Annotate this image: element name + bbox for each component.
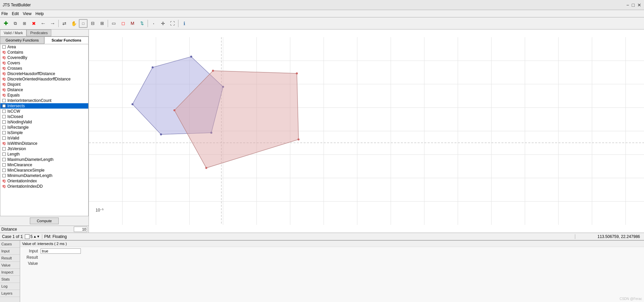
delete-button[interactable]: ✖	[30, 19, 38, 28]
tab-scalar-functions[interactable]: Scalar Functions	[44, 37, 89, 44]
checkbox-icon	[2, 157, 6, 162]
tab-stats[interactable]: Stats	[0, 276, 20, 283]
vertex-b-1	[296, 72, 298, 74]
mark-button[interactable]: Μ	[128, 19, 137, 28]
bottom-main: Value of: intersects ( 2 ms ) Input Resu…	[20, 241, 644, 302]
func-item-area[interactable]: Area	[0, 44, 88, 50]
value-label: Value	[22, 261, 41, 266]
distance-row: Distance	[0, 226, 89, 233]
canvas-area[interactable]: 10⁻⁵	[89, 29, 644, 233]
function-list[interactable]: Areaf()Containsf()CoveredByf()Coversf()C…	[0, 44, 89, 216]
func-item-discreteorientedhausdorffdistance[interactable]: f()DiscreteOrientedHausdorffDistance	[0, 76, 88, 82]
distance-input[interactable]	[74, 227, 87, 232]
func-item-jtsversion[interactable]: JtsVersion	[0, 146, 88, 152]
func-item-contains[interactable]: f()Contains	[0, 50, 88, 55]
func-name: DiscreteHausdorffDistance	[7, 71, 55, 76]
func-name: Equals	[7, 93, 20, 98]
main-area: Valid / Mark Predicates Geometry Functio…	[0, 29, 644, 233]
checkbox-icon	[2, 136, 6, 140]
func-name: IsValid	[7, 136, 19, 140]
grid-button[interactable]: ⊞	[20, 19, 29, 28]
tab-log[interactable]: Log	[0, 283, 20, 290]
func-name: CoveredBy	[7, 55, 27, 60]
zoom-spinner[interactable]: ▲▼	[33, 235, 40, 238]
func-item-iswithindistance[interactable]: f()IsWithinDistance	[0, 141, 88, 146]
func-item-orientationindex[interactable]: f()OrientationIndex	[0, 178, 88, 184]
tab-valid-mark[interactable]: Valid / Mark	[0, 29, 26, 36]
rect-button[interactable]: ▭	[109, 19, 118, 28]
func-item-disjoint[interactable]: f()Disjoint	[0, 82, 88, 87]
forward-button[interactable]: →	[48, 19, 57, 28]
move-button[interactable]: ✛	[159, 19, 167, 28]
func-name: Distance	[7, 87, 23, 92]
value-row: Value	[20, 260, 644, 266]
func-item-equals[interactable]: f()Equals	[0, 93, 88, 98]
func-item-maximumdiameterlength[interactable]: MaximumDiameterLength	[0, 157, 88, 162]
func-name: OrientationIndex	[7, 179, 37, 183]
func-item-distance[interactable]: f()Distance	[0, 87, 88, 93]
zoomout-button[interactable]: ⊟	[88, 19, 97, 28]
pan-button[interactable]: ✋	[69, 19, 78, 28]
func-item-issimple[interactable]: IsSimple	[0, 130, 88, 135]
maximize-button[interactable]: □	[632, 2, 635, 8]
menubar: File Edit View Help	[0, 10, 644, 17]
zoomin-button[interactable]: ⊞	[98, 19, 106, 28]
checkbox-icon	[2, 130, 6, 135]
func-icon: f()	[2, 77, 6, 81]
minimize-button[interactable]: −	[626, 2, 629, 8]
func-icon: f()	[2, 82, 6, 87]
func-name: DiscreteOrientedHausdorffDistance	[7, 77, 71, 81]
func-item-orientationindexdd[interactable]: f()OrientationIndexDD	[0, 184, 88, 189]
func-item-minimumdiameterlength[interactable]: MinimumDiameterLength	[0, 173, 88, 178]
poly-button[interactable]: ◻	[119, 19, 127, 28]
func-item-isvalid[interactable]: IsValid	[0, 135, 88, 141]
titlebar-title: JTS TestBuilder	[3, 3, 31, 7]
func-item-minclearance[interactable]: MinClearance	[0, 162, 88, 168]
back-button[interactable]: ←	[39, 19, 48, 28]
close-button[interactable]: ✕	[637, 2, 641, 8]
func-tabs: Geometry Functions Scalar Functions	[0, 37, 89, 44]
func-item-isnodingvalid[interactable]: IsNodingValid	[0, 119, 88, 125]
checkbox-icon	[2, 104, 6, 108]
func-item-isclosed[interactable]: IsClosed	[0, 114, 88, 119]
func-item-coveredby[interactable]: f()CoveredBy	[0, 55, 88, 60]
func-item-isccw[interactable]: IsCCW	[0, 109, 88, 114]
tab-layers[interactable]: Layers	[0, 290, 20, 297]
zoombox-button[interactable]: □	[79, 19, 88, 28]
func-icon: f()	[2, 141, 6, 146]
flip-button[interactable]: ⇅	[138, 19, 146, 28]
extract-button[interactable]: ⛶	[168, 19, 177, 28]
menu-file[interactable]: File	[1, 11, 8, 16]
menu-edit[interactable]: Edit	[12, 11, 19, 16]
tab-input[interactable]: Input	[0, 248, 20, 255]
compute-button[interactable]: Compute	[30, 218, 59, 224]
func-item-length[interactable]: Length	[0, 152, 88, 157]
tab-value[interactable]: Value	[0, 262, 20, 269]
func-name: OrientationIndexDD	[7, 184, 43, 189]
menu-view[interactable]: View	[23, 11, 32, 16]
add-button[interactable]: ✚	[1, 19, 10, 28]
tab-inspect[interactable]: Inspect	[0, 269, 20, 276]
tab-result[interactable]: Result	[0, 255, 20, 262]
checkbox-icon	[2, 146, 6, 151]
menu-help[interactable]: Help	[36, 11, 44, 16]
func-item-minclearancesimple[interactable]: MinClearanceSimple	[0, 168, 88, 173]
tab-geometry-functions[interactable]: Geometry Functions	[0, 37, 44, 44]
input-field[interactable]	[41, 248, 81, 254]
tab-cases[interactable]: Cases	[0, 241, 20, 248]
dot-button[interactable]: ·	[149, 19, 158, 28]
func-item-interiorintersectioncount[interactable]: InteriorIntersectionCount	[0, 98, 88, 103]
func-item-isrectangle[interactable]: IsRectangle	[0, 125, 88, 130]
func-item-intersects[interactable]: Intersects	[0, 103, 88, 109]
exchange-button[interactable]: ⇄	[60, 19, 69, 28]
copy-button[interactable]: ⧉	[11, 19, 19, 28]
func-item-crosses[interactable]: f()Crosses	[0, 66, 88, 71]
scale-label: 10⁻⁵	[96, 208, 104, 213]
func-icon: f()	[2, 66, 6, 71]
info-button[interactable]: ℹ	[180, 19, 189, 28]
tab-predicates[interactable]: Predicates	[26, 29, 51, 36]
func-item-discretehausdorffdistance[interactable]: f()DiscreteHausdorffDistance	[0, 71, 88, 76]
input-row: Input	[20, 248, 644, 254]
toolbar: ✚ ⧉ ⊞ ✖ ← → ⇄ ✋ □ ⊟ ⊞ ▭ ◻ Μ ⇅ · ✛ ⛶ ℹ	[0, 17, 644, 29]
func-item-covers[interactable]: f()Covers	[0, 60, 88, 66]
